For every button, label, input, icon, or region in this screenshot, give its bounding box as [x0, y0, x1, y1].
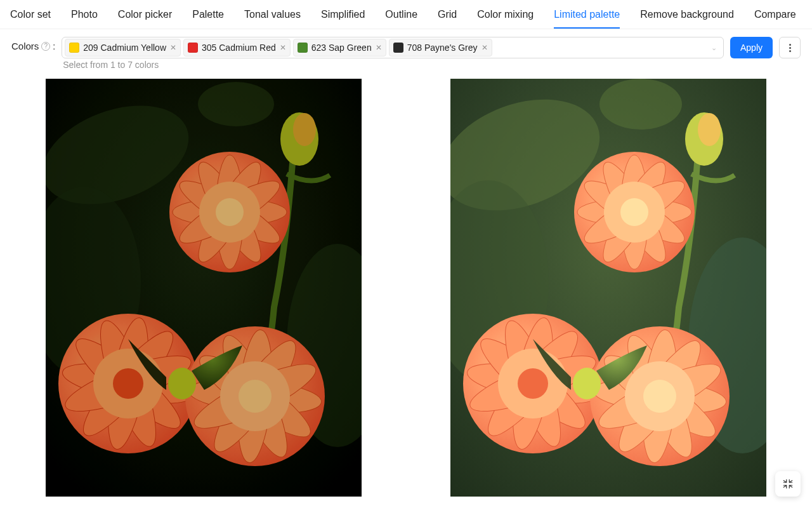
svg-point-60 — [518, 368, 548, 399]
tab-remove-background[interactable]: Remove background — [630, 1, 744, 28]
original-photo-preview — [450, 79, 766, 497]
color-swatch — [393, 43, 403, 53]
tab-grid[interactable]: Grid — [428, 1, 467, 28]
close-icon[interactable]: ✕ — [376, 44, 382, 51]
color-tag-label: 623 Sap Green — [311, 43, 372, 53]
close-icon[interactable]: ✕ — [170, 44, 176, 51]
limited-palette-preview — [46, 79, 362, 497]
svg-point-51 — [620, 198, 648, 226]
tab-compare[interactable]: Compare — [744, 1, 806, 28]
svg-point-40 — [599, 79, 682, 130]
color-select-hint: Select from 1 to 7 colors — [62, 60, 724, 70]
controls-row: Colors ? : 209 Cadmium Yellow✕305 Cadmiu… — [0, 29, 812, 74]
tab-limited-palette[interactable]: Limited palette — [544, 1, 630, 28]
color-tag-label: 305 Cadmium Red — [202, 43, 276, 53]
chevron-down-icon: ⌄ — [711, 44, 717, 52]
svg-point-70 — [573, 368, 601, 399]
tab-tonal-values[interactable]: Tonal values — [234, 1, 311, 28]
colors-label-group: Colors ? : — [11, 37, 55, 51]
collapse-icon — [782, 478, 794, 490]
tab-simplified[interactable]: Simplified — [311, 1, 375, 28]
apply-button[interactable]: Apply — [730, 37, 773, 58]
tab-color-mixing[interactable]: Color mixing — [467, 1, 544, 28]
color-swatch — [188, 43, 198, 53]
color-tag[interactable]: 623 Sap Green✕ — [293, 39, 386, 57]
colors-label: Colors — [11, 41, 39, 51]
tab-color-picker[interactable]: Color picker — [108, 1, 182, 28]
close-icon[interactable]: ✕ — [280, 44, 286, 51]
color-tag-label: 708 Payne's Grey — [407, 43, 478, 53]
image-compare-row — [0, 74, 812, 497]
color-swatch — [298, 43, 308, 53]
help-icon[interactable]: ? — [41, 42, 50, 51]
colon: : — [53, 41, 55, 51]
color-select-wrap: 209 Cadmium Yellow✕305 Cadmium Red✕623 S… — [62, 37, 724, 70]
color-swatch — [69, 43, 79, 53]
exit-fullscreen-button[interactable] — [775, 471, 801, 497]
tab-color-set[interactable]: Color set — [0, 1, 61, 28]
color-select[interactable]: 209 Cadmium Yellow✕305 Cadmium Red✕623 S… — [62, 37, 724, 58]
more-button[interactable] — [779, 37, 801, 58]
svg-point-69 — [643, 380, 676, 413]
color-tag-label: 209 Cadmium Yellow — [83, 43, 166, 53]
color-tag[interactable]: 708 Payne's Grey✕ — [389, 39, 492, 57]
close-icon[interactable]: ✕ — [481, 44, 488, 51]
color-tag[interactable]: 305 Cadmium Red✕ — [183, 39, 291, 57]
svg-point-42 — [698, 113, 721, 146]
tab-palette[interactable]: Palette — [182, 1, 234, 28]
svg-rect-35 — [46, 79, 362, 497]
tab-photo[interactable]: Photo — [61, 1, 108, 28]
tab-help[interactable]: Help — [806, 1, 812, 28]
main-tabs: Color setPhotoColor pickerPaletteTonal v… — [0, 0, 812, 29]
tab-outline[interactable]: Outline — [375, 1, 428, 28]
color-tag[interactable]: 209 Cadmium Yellow✕ — [65, 39, 181, 57]
